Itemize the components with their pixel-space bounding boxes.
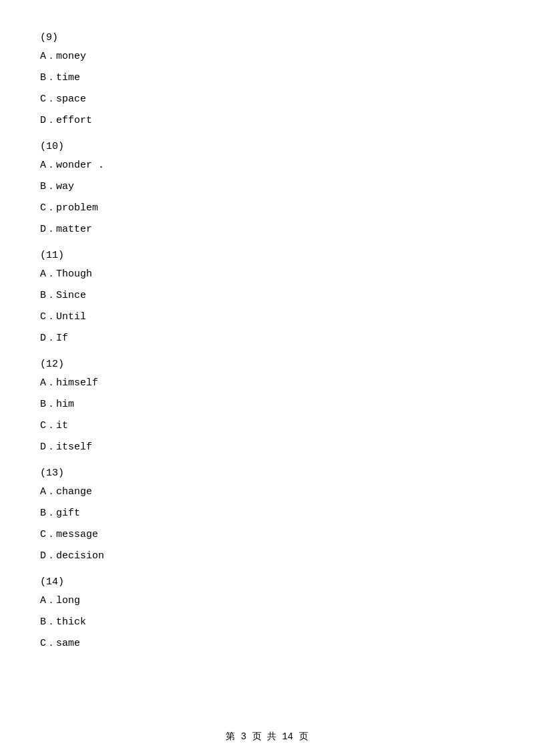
option-3-3: D．itself bbox=[40, 439, 494, 455]
option-0-1: B．time bbox=[40, 70, 494, 86]
option-4-3: D．decision bbox=[40, 548, 494, 564]
option-4-1: B．gift bbox=[40, 506, 494, 522]
option-2-2: C．Until bbox=[40, 309, 494, 325]
option-2-1: B．Since bbox=[40, 288, 494, 304]
option-1-2: C．problem bbox=[40, 200, 494, 216]
page-footer: 第 3 页 共 14 页 bbox=[0, 731, 534, 743]
option-4-2: C．message bbox=[40, 527, 494, 543]
question-number-5: (14) bbox=[40, 576, 494, 588]
option-1-0: A．wonder . bbox=[40, 158, 494, 174]
question-number-1: (10) bbox=[40, 141, 494, 152]
option-0-2: C．space bbox=[40, 91, 494, 108]
option-1-1: B．way bbox=[40, 179, 494, 195]
option-2-0: A．Though bbox=[40, 266, 494, 282]
page-number: 第 3 页 共 14 页 bbox=[226, 731, 308, 742]
question-number-2: (11) bbox=[40, 250, 494, 261]
option-5-1: B．thick bbox=[40, 614, 494, 630]
option-0-3: D．effort bbox=[40, 113, 494, 129]
question-number-4: (13) bbox=[40, 467, 494, 479]
question-number-3: (12) bbox=[40, 359, 494, 370]
option-1-3: D．matter bbox=[40, 222, 494, 238]
option-5-2: C．same bbox=[40, 636, 494, 652]
option-5-0: A．long bbox=[40, 593, 494, 609]
option-3-0: A．himself bbox=[40, 375, 494, 391]
question-number-0: (9) bbox=[40, 32, 494, 43]
option-3-2: C．it bbox=[40, 418, 494, 434]
option-4-0: A．change bbox=[40, 484, 494, 500]
option-0-0: A．money bbox=[40, 49, 494, 65]
option-2-3: D．If bbox=[40, 331, 494, 347]
option-3-1: B．him bbox=[40, 397, 494, 413]
